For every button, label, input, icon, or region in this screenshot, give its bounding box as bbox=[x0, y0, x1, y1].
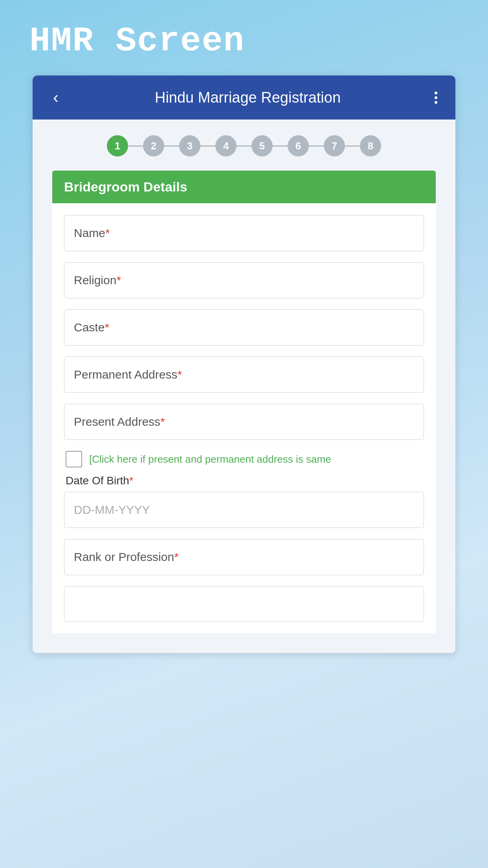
step-4[interactable]: 4 bbox=[215, 135, 237, 156]
step-line-3 bbox=[200, 145, 215, 147]
same-address-row: [Click here if present and permanent add… bbox=[64, 451, 424, 467]
dob-field[interactable]: DD-MM-YYYY bbox=[64, 492, 424, 528]
name-field[interactable]: Name* bbox=[64, 215, 424, 251]
menu-dot-3 bbox=[435, 101, 437, 104]
section-header: Bridegroom Details bbox=[52, 171, 436, 203]
step-line-7 bbox=[345, 145, 360, 147]
card-header: ‹ Hindu Marriage Registration bbox=[33, 75, 455, 120]
caste-field[interactable]: Caste* bbox=[64, 309, 424, 346]
menu-dot-1 bbox=[435, 92, 437, 94]
name-required-star: * bbox=[105, 226, 110, 239]
permanent-address-field[interactable]: Permanent Address* bbox=[64, 357, 424, 393]
present-address-required-star: * bbox=[160, 415, 165, 428]
header-title: Hindu Marriage Registration bbox=[63, 89, 432, 106]
step-1[interactable]: 1 bbox=[107, 135, 128, 156]
permanent-address-placeholder: Permanent Address bbox=[74, 368, 177, 381]
caste-required-star: * bbox=[105, 321, 109, 334]
screen-title: HMR Screen bbox=[29, 22, 245, 61]
step-2[interactable]: 2 bbox=[143, 135, 164, 156]
step-line-2 bbox=[164, 145, 179, 147]
permanent-address-required-star: * bbox=[177, 368, 182, 381]
rank-profession-placeholder: Rank or Profession bbox=[74, 550, 174, 563]
rank-profession-field[interactable]: Rank or Profession* bbox=[64, 539, 424, 575]
card-body: 1 2 3 4 5 6 7 8 Bridegroom Details Name* bbox=[33, 120, 455, 653]
present-address-placeholder: Present Address bbox=[74, 415, 160, 428]
rank-required-star: * bbox=[174, 550, 179, 563]
religion-required-star: * bbox=[116, 274, 121, 287]
caste-placeholder: Caste bbox=[74, 321, 105, 334]
main-card: ‹ Hindu Marriage Registration 1 2 3 4 5 … bbox=[33, 75, 455, 653]
form-section: Name* Religion* Caste* Permanent Address… bbox=[52, 203, 436, 633]
step-line-6 bbox=[309, 145, 324, 147]
same-address-label: [Click here if present and permanent add… bbox=[89, 453, 331, 465]
step-line-1 bbox=[128, 145, 143, 147]
dob-required-star: * bbox=[129, 474, 134, 487]
step-8[interactable]: 8 bbox=[360, 135, 381, 156]
religion-field[interactable]: Religion* bbox=[64, 262, 424, 298]
step-line-5 bbox=[273, 145, 288, 147]
name-placeholder: Name bbox=[74, 226, 105, 239]
back-button[interactable]: ‹ bbox=[48, 86, 63, 108]
section-title: Bridegroom Details bbox=[64, 179, 187, 194]
religion-placeholder: Religion bbox=[74, 274, 116, 287]
dob-placeholder: DD-MM-YYYY bbox=[74, 503, 150, 516]
step-6[interactable]: 6 bbox=[288, 135, 309, 156]
next-field[interactable] bbox=[64, 586, 424, 622]
same-address-checkbox[interactable] bbox=[66, 451, 82, 467]
step-7[interactable]: 7 bbox=[324, 135, 345, 156]
steps-row: 1 2 3 4 5 6 7 8 bbox=[52, 131, 436, 156]
step-line-4 bbox=[237, 145, 251, 147]
step-5[interactable]: 5 bbox=[251, 135, 273, 156]
step-3[interactable]: 3 bbox=[179, 135, 200, 156]
menu-button[interactable] bbox=[432, 90, 440, 105]
present-address-field[interactable]: Present Address* bbox=[64, 404, 424, 440]
menu-dot-2 bbox=[435, 96, 437, 99]
dob-label: Date Of Birth* bbox=[64, 474, 424, 487]
